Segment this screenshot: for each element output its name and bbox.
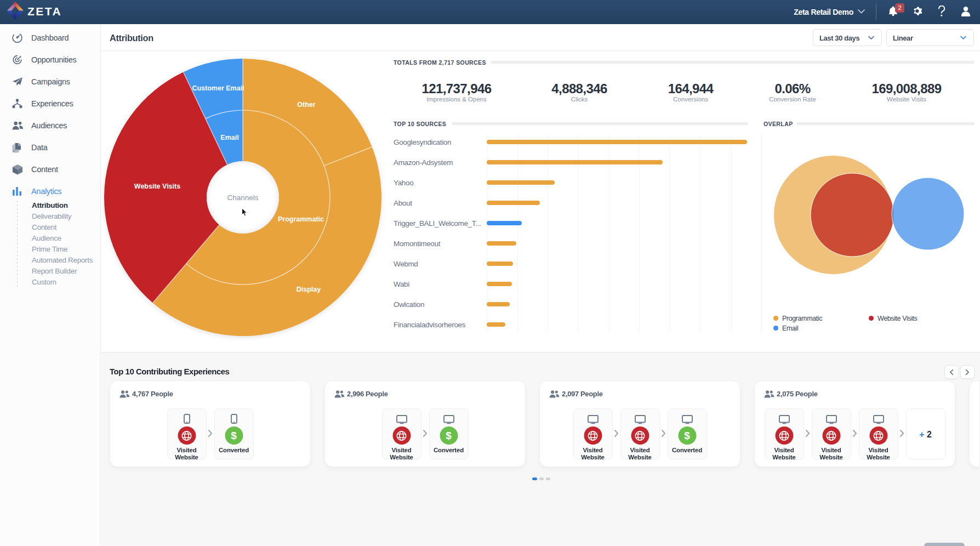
svg-text:Other: Other <box>297 101 315 109</box>
svg-text:Display: Display <box>297 286 321 293</box>
svg-text:Programmatic: Programmatic <box>278 215 324 223</box>
svg-text:Customer Email: Customer Email <box>192 84 244 92</box>
svg-text:Website Visits: Website Visits <box>134 183 180 190</box>
svg-text:Email: Email <box>220 134 238 141</box>
svg-text:Channels: Channels <box>227 194 258 202</box>
